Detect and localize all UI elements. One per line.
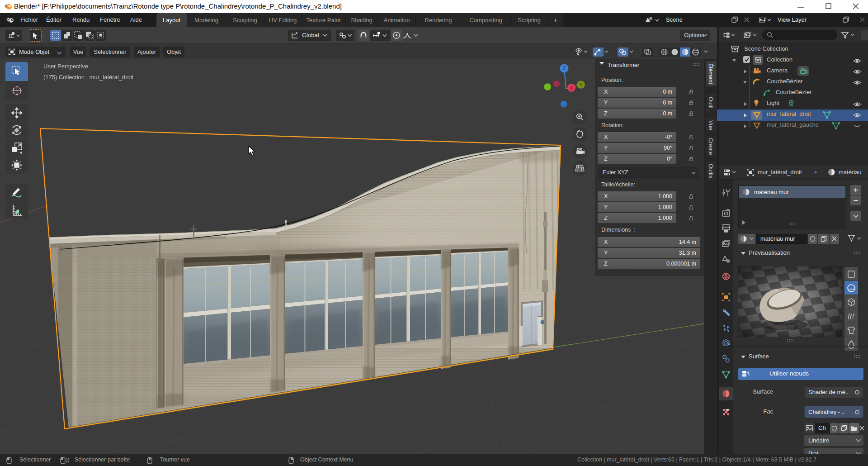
svg-text:Z: Z xyxy=(563,66,566,71)
svg-text:Y: Y xyxy=(579,82,583,87)
svg-text:X: X xyxy=(570,85,573,90)
